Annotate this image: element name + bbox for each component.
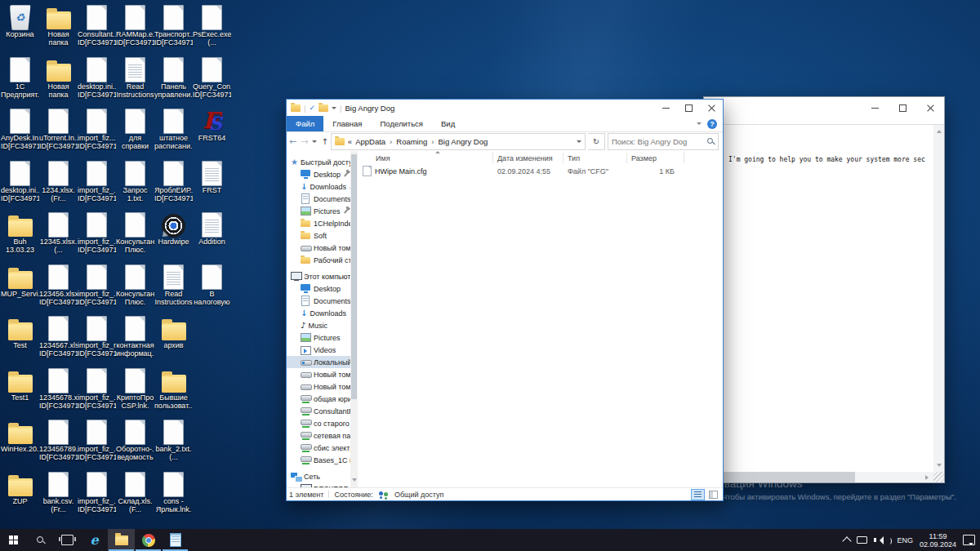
- desktop-icon[interactable]: ZUP: [1, 469, 39, 521]
- breadcrumb-item[interactable]: Roaming: [396, 137, 427, 146]
- column-header[interactable]: Тип: [564, 153, 627, 163]
- desktop-icon[interactable]: Hardwipe: [154, 209, 193, 261]
- language-indicator[interactable]: ENG: [897, 536, 913, 544]
- sidebar-item[interactable]: Рабочий стол: [287, 254, 350, 266]
- sidebar-item[interactable]: Documents: [287, 295, 350, 307]
- sidebar-item[interactable]: Desktop: [287, 168, 350, 180]
- sidebar-item[interactable]: ConsultantPlus (: [287, 405, 350, 417]
- desktop-icon[interactable]: Склад.xls.(F... ID[FC34971...: [116, 469, 154, 521]
- desktop-icon[interactable]: ♻Корзина: [1, 2, 39, 54]
- desktop-icon[interactable]: import_fiz_r... ID[FC34971...: [78, 313, 116, 365]
- desktop-icon[interactable]: 12345.xlsx.(... ID[FC34971...: [39, 209, 78, 261]
- sidebar-item[interactable]: Новый том (E:): [287, 380, 350, 393]
- sidebar-item[interactable]: общая юристы (: [287, 393, 350, 405]
- notepad-minimize-button[interactable]: [861, 97, 889, 119]
- desktop-icon[interactable]: Read Instructions: [116, 54, 154, 106]
- details-view-button[interactable]: [691, 489, 705, 500]
- breadcrumb-item[interactable]: Big Angry Dog: [438, 137, 488, 146]
- sidebar-item[interactable]: Pictures: [287, 205, 350, 217]
- volume-button[interactable]: [874, 535, 890, 544]
- scrollbar-thumb[interactable]: [351, 154, 357, 399]
- desktop-icon[interactable]: AnyDesk.In... ID[FC34971...: [1, 105, 39, 158]
- refresh-button[interactable]: ↻: [588, 133, 605, 150]
- network-icon[interactable]: [857, 536, 867, 544]
- desktop-icon[interactable]: 1234567.xlsx... ID[FC34971...: [39, 313, 78, 365]
- desktop-icon[interactable]: Test: [1, 313, 39, 365]
- desktop-icon[interactable]: Test1: [1, 365, 39, 417]
- explorer-minimize-button[interactable]: [654, 100, 677, 116]
- desktop-icon[interactable]: 123456789.... ID[FC34971...: [39, 416, 78, 469]
- desktop-icon[interactable]: bank_2.txt.(... ID[FC34971...: [154, 416, 193, 469]
- notepad-text-area[interactable]: I'm going to help you to make your syste…: [704, 125, 933, 472]
- sidebar-item[interactable]: со старого комп: [287, 417, 350, 429]
- action-center-icon[interactable]: [963, 535, 975, 545]
- navigation-scrollbar[interactable]: [350, 151, 358, 487]
- explorer-close-button[interactable]: [700, 100, 723, 116]
- sidebar-item[interactable]: Этот компьютер: [287, 270, 350, 282]
- desktop-icon[interactable]: контактная информац...: [116, 313, 154, 365]
- desktop-icon[interactable]: import_fiz_... ID[FC34971...: [78, 209, 116, 261]
- desktop-icon[interactable]: FSFRST64: [193, 105, 231, 158]
- task-view-button[interactable]: [54, 529, 81, 551]
- desktop-icon[interactable]: Оборотно-... ведомость ...: [116, 416, 154, 469]
- tab-file[interactable]: Файл: [287, 116, 323, 131]
- notepad-horizontal-scrollbar[interactable]: [704, 472, 944, 482]
- desktop-icon[interactable]: Панель управлени...: [154, 54, 193, 106]
- desktop-icon[interactable]: Read Instructions: [154, 261, 193, 313]
- desktop-icon[interactable]: Запрос 1.txt.[Frank...: [116, 158, 154, 210]
- sidebar-item[interactable]: 1CHelpIndex: [287, 217, 350, 229]
- desktop-icon[interactable]: MUP_Servi...: [1, 261, 39, 313]
- desktop-icon[interactable]: Транспорт... ID[FC34971...: [154, 2, 193, 54]
- sidebar-item[interactable]: Локальный дис: [287, 356, 350, 368]
- desktop-icon[interactable]: Консультант Плюс. Фед...: [116, 261, 154, 313]
- sidebar-item[interactable]: сбис электронн: [287, 442, 350, 454]
- desktop-icon[interactable]: Addition: [193, 209, 231, 261]
- desktop-icon[interactable]: uTorrent.In... ID[FC34971...: [39, 105, 78, 158]
- desktop-icon[interactable]: Новая папка (2): [39, 54, 78, 106]
- desktop-icon[interactable]: FRST: [193, 158, 231, 210]
- desktop-icon[interactable]: ЯроблЕИР... ID[FC34971...: [154, 158, 193, 210]
- sidebar-item[interactable]: сетевая папка (\: [287, 429, 350, 442]
- tab-1[interactable]: Главная: [323, 116, 371, 131]
- desktop-icon[interactable]: 1234.xlsx.(Fr... ID[FC34971...: [39, 158, 78, 210]
- desktop-icon[interactable]: import_fiz_... ID[FC34971...: [78, 261, 116, 313]
- tab-2[interactable]: Поделиться: [372, 116, 432, 131]
- sidebar-item[interactable]: Bases_1C (\\192.: [287, 454, 350, 466]
- scroll-right-button[interactable]: [922, 472, 933, 482]
- clock[interactable]: 11:59 02.09.2024: [920, 532, 956, 549]
- sidebar-item[interactable]: ★Быстрый доступ: [287, 156, 350, 168]
- column-header[interactable]: Дата изменения: [493, 153, 564, 163]
- desktop-icon[interactable]: В налоговую о ценообр...: [193, 261, 231, 313]
- sidebar-item[interactable]: Desktop: [287, 282, 350, 295]
- explorer-maximize-button[interactable]: [677, 100, 700, 116]
- tab-3[interactable]: Вид: [432, 116, 464, 131]
- desktop-icon[interactable]: архив: [154, 313, 193, 365]
- sidebar-item[interactable]: Soft: [287, 229, 350, 242]
- notepad-maximize-button[interactable]: [889, 97, 916, 119]
- sidebar-item[interactable]: Documents: [287, 193, 350, 205]
- desktop-icon[interactable]: desktop.ini... ID[FC34971...: [1, 158, 39, 210]
- desktop-icon[interactable]: import_fiz_... ID[FC34971...: [78, 158, 116, 210]
- desktop-icon[interactable]: cons - Ярлык.lnk.(...: [154, 469, 193, 521]
- notepad-close-button[interactable]: [916, 97, 944, 119]
- desktop-icon[interactable]: штатное расписани...: [154, 105, 193, 158]
- notepad-vertical-scrollbar[interactable]: [933, 125, 944, 472]
- address-bar[interactable]: « AppData›Roaming›Big Angry Dog: [331, 133, 586, 150]
- quick-access-properties-icon[interactable]: ✓: [309, 104, 315, 112]
- start-button[interactable]: [0, 529, 27, 551]
- show-hidden-icons-button[interactable]: [843, 536, 852, 545]
- sidebar-item[interactable]: Новый том (D:): [287, 368, 350, 380]
- chrome-button[interactable]: [135, 529, 162, 551]
- column-header[interactable]: Размер: [627, 153, 684, 163]
- sidebar-item[interactable]: Сеть: [287, 470, 350, 482]
- forward-button[interactable]: →: [301, 136, 308, 147]
- back-button[interactable]: ←: [289, 136, 296, 147]
- desktop-icon[interactable]: import_fiz_... ID[FC34971...: [78, 469, 116, 521]
- resize-grip[interactable]: [933, 472, 944, 482]
- up-button[interactable]: ↑: [321, 137, 327, 146]
- desktop-icon[interactable]: Консультант Плюс. Поп...: [116, 209, 154, 261]
- sidebar-item[interactable]: ↓Downloads: [287, 180, 350, 193]
- desktop-icon[interactable]: для справки паспортны...: [116, 105, 154, 158]
- desktop-icon[interactable]: Новая папка: [39, 2, 78, 54]
- desktop-icon[interactable]: PsExec.exe.(... ID[FC34971...: [193, 2, 231, 54]
